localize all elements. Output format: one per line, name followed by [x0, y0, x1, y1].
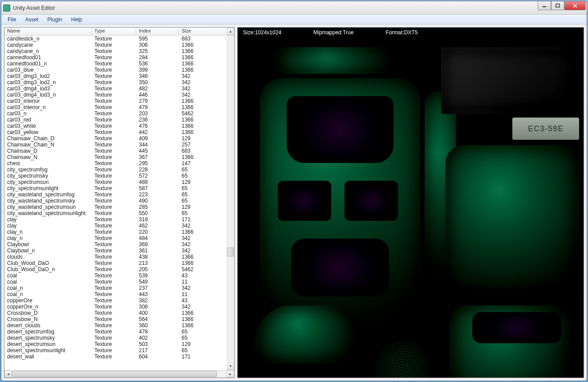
cell-type: Texture [92, 354, 136, 360]
cell-type: Texture [92, 291, 136, 297]
table-row[interactable]: desert_spectrumskyTexture40265 [4, 335, 234, 341]
table-row[interactable]: city_wasteland_spectrumfogTexture22365 [4, 191, 234, 198]
cell-size: 65 [179, 198, 234, 204]
table-row[interactable]: candycane_nTexture3251366 [4, 48, 234, 54]
table-row[interactable]: coalTexture53943 [4, 272, 234, 279]
cell-size: 65 [179, 167, 234, 173]
table-row[interactable]: coalTexture54911 [4, 279, 234, 285]
table-row[interactable]: car03_dmg4_lod3_nTexture446342 [4, 92, 234, 98]
table-row[interactable]: desert_spectrumsunTexture503129 [4, 341, 234, 347]
table-row[interactable]: cannedfood01_nTexture5361366 [4, 61, 234, 67]
cell-index: 503 [136, 341, 179, 347]
cell-size: 257 [179, 142, 234, 148]
table-row[interactable]: desert_spectrumsunlightTexture21765 [4, 347, 234, 354]
cell-name: clay_n [4, 229, 92, 235]
close-button[interactable] [564, 1, 586, 10]
scroll-up-icon[interactable]: ▲ [227, 28, 234, 35]
table-row[interactable]: clay_nTexture2201366 [4, 229, 234, 235]
table-row[interactable]: car03_dmg3_lod2_nTexture350342 [4, 79, 234, 85]
table-row[interactable]: Crossbow_NTexture5641366 [4, 316, 234, 322]
table-row[interactable]: car03_nTexture2035462 [4, 110, 234, 117]
table-row[interactable]: Chainsaw_Chain_NTexture344257 [4, 142, 234, 148]
hscroll-track[interactable] [12, 370, 227, 378]
column-name[interactable]: Name [4, 28, 92, 35]
table-row[interactable]: car03_interior_nTexture4791366 [4, 104, 234, 110]
table-row[interactable]: city_wasteland_spectrumsunTexture285129 [4, 204, 234, 210]
table-row[interactable]: city_spectrumskyTexture57265 [4, 173, 234, 179]
cell-name: cannedfood01 [4, 54, 92, 61]
titlebar[interactable]: Unity Asset Editor [1, 1, 587, 15]
table-row[interactable]: Claybowl_nTexture361342 [4, 248, 234, 254]
table-row[interactable]: city_spectrumfogTexture22865 [4, 167, 234, 173]
menu-asset[interactable]: Asset [20, 16, 43, 24]
table-row[interactable]: city_spectrumsunTexture488129 [4, 179, 234, 185]
cell-name: chest [4, 160, 92, 167]
menu-file[interactable]: File [3, 16, 20, 24]
scroll-thumb[interactable] [227, 248, 234, 256]
cell-size: 342 [179, 223, 234, 229]
column-index[interactable]: Index [136, 28, 179, 35]
cell-index: 443 [136, 291, 179, 297]
texture-preview[interactable]: EC3-59E [238, 37, 584, 378]
table-row[interactable]: car03_blueTexture3991366 [4, 67, 234, 73]
cell-size: 65 [179, 173, 234, 179]
cell-type: Texture [92, 92, 136, 98]
table-row[interactable]: city_spectrumsunlightTexture58765 [4, 185, 234, 191]
cell-index: 295 [136, 160, 179, 167]
table-row[interactable]: desert_spectrumfogTexture47865 [4, 329, 234, 335]
table-row[interactable]: car03_whiteTexture4761366 [4, 123, 234, 129]
table-row[interactable]: Chainsaw_Chain_DTexture409129 [4, 135, 234, 142]
table-row[interactable]: ClaybowlTexture369342 [4, 241, 234, 248]
scroll-down-icon[interactable]: ▼ [227, 362, 234, 370]
column-type[interactable]: Type [92, 28, 136, 35]
scroll-right-icon[interactable]: ► [227, 370, 234, 378]
menu-plugin[interactable]: Plugin [43, 16, 66, 24]
table-row[interactable]: Club_Wood_DaO_nTexture2055462 [4, 266, 234, 272]
cell-type: Texture [92, 322, 136, 329]
horizontal-scrollbar[interactable]: ◄ ► [4, 370, 234, 378]
table-row[interactable]: candycaneTexture3061366 [4, 42, 234, 48]
table-row[interactable]: clayTexture462342 [4, 223, 234, 229]
vertical-scrollbar[interactable]: ▲ ▼ [227, 36, 234, 362]
table-row[interactable]: copperOre_nTexture308342 [4, 304, 234, 310]
cell-name: city_spectrumfog [4, 167, 92, 173]
table-row[interactable]: desert_wallTexture604171 [4, 354, 234, 360]
cell-index: 490 [136, 198, 179, 204]
table-row[interactable]: city_wasteland_spectrumsunlightTexture55… [4, 210, 234, 216]
table-row[interactable]: car03_interiorTexture2791366 [4, 98, 234, 104]
table-row[interactable]: candlestick_nTexture595683 [4, 36, 234, 42]
table-body[interactable]: candlestick_nTexture595683candycaneTextu… [4, 36, 234, 370]
column-size[interactable]: Size [179, 28, 234, 35]
cell-type: Texture [92, 248, 136, 254]
hscroll-thumb[interactable] [12, 371, 217, 377]
menu-help[interactable]: Help [67, 16, 87, 24]
table-row[interactable]: clayTexture319171 [4, 216, 234, 223]
table-row[interactable]: coal_nTexture237342 [4, 285, 234, 291]
cell-name: Crossbow_N [4, 316, 92, 322]
table-row[interactable]: copperOreTexture38243 [4, 297, 234, 304]
scroll-left-icon[interactable]: ◄ [4, 370, 12, 378]
cell-type: Texture [92, 260, 136, 266]
cell-name: desert_clouds [4, 322, 92, 329]
table-row[interactable]: Chainsaw_NTexture3671366 [4, 154, 234, 160]
table-row[interactable]: city_wasteland_spectrumskyTexture49065 [4, 198, 234, 204]
table-row[interactable]: cannedfood01Texture2841366 [4, 54, 234, 61]
table-row[interactable]: coal_nTexture44311 [4, 291, 234, 297]
cell-index: 438 [136, 254, 179, 260]
table-row[interactable]: car03_dmg4_lod3Texture482342 [4, 85, 234, 92]
table-row[interactable]: car03_redTexture2361366 [4, 117, 234, 123]
cell-name: Chainsaw_Chain_N [4, 142, 92, 148]
table-row[interactable]: Chainsaw_DTexture445683 [4, 148, 234, 154]
table-row[interactable]: Crossbow_DTexture4001366 [4, 310, 234, 316]
table-row[interactable]: cloudsTexture4381366 [4, 254, 234, 260]
table-row[interactable]: clay_nTexture484342 [4, 235, 234, 241]
table-row[interactable]: car03_yellowTexture4421366 [4, 129, 234, 135]
table-row[interactable]: Club_Wood_DaOTexture2131366 [4, 260, 234, 266]
table-row[interactable]: chestTexture295147 [4, 160, 234, 167]
table-row[interactable]: desert_cloudsTexture3601366 [4, 322, 234, 329]
table-row[interactable]: car03_dmg3_lod2Texture346342 [4, 73, 234, 79]
maximize-button[interactable] [551, 1, 564, 10]
cell-index: 205 [136, 266, 179, 272]
minimize-button[interactable] [538, 1, 551, 10]
cell-name: Club_Wood_DaO [4, 260, 92, 266]
